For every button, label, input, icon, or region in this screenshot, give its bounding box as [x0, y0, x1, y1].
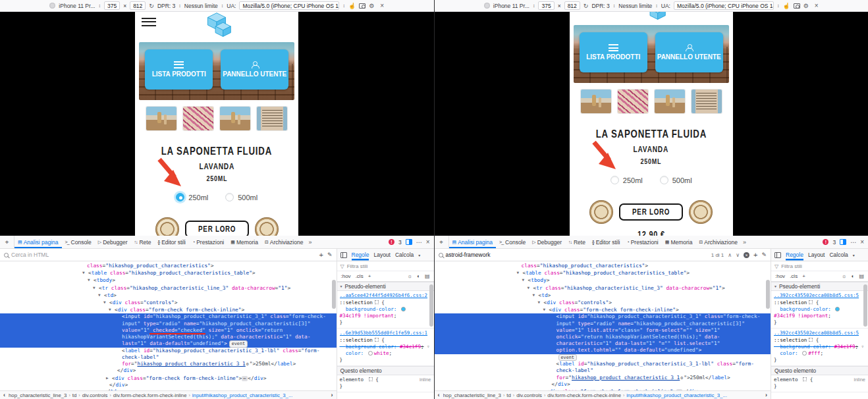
- stepper-icon[interactable]: ↕: [221, 3, 224, 8]
- devtools-tab-archiviazione[interactable]: ⊟Archiviazione: [261, 236, 306, 248]
- error-count[interactable]: 3: [398, 239, 402, 246]
- tab-regole[interactable]: Regole: [352, 252, 369, 259]
- twisty-icon[interactable]: ▼: [517, 269, 523, 276]
- tab-calcola[interactable]: Calcola: [829, 252, 848, 258]
- markup-line[interactable]: ▼<div class="form-check form-check-inlin…: [435, 306, 771, 313]
- dark-scheme-icon[interactable]: ◐: [852, 273, 855, 279]
- markup-line[interactable]: class="hikashop_product_characteristics"…: [435, 263, 771, 269]
- devtools-tab-rete[interactable]: ↑↓Rete: [565, 236, 589, 248]
- chevron-down-icon[interactable]: ▾: [418, 253, 420, 257]
- settings-gear-icon[interactable]: ⚙: [369, 3, 374, 9]
- site-logo[interactable]: [198, 12, 236, 40]
- twisty-icon[interactable]: ▼: [522, 277, 528, 283]
- stepper-icon[interactable]: ↕: [533, 3, 535, 8]
- device-select[interactable]: iPhone 11 Pr...: [493, 3, 529, 9]
- twisty-icon[interactable]: ▾: [340, 283, 342, 290]
- devtools-tab-memoria[interactable]: ▦Memoria: [662, 236, 696, 248]
- chevron-down-icon[interactable]: ▾: [853, 253, 855, 257]
- breadcrumb-item[interactable]: div.controls: [516, 392, 542, 398]
- lista-prodotti-button[interactable]: LISTA PRODOTTI: [145, 49, 213, 90]
- stylesheet-link[interactable]: ..aa5cee42f44f5d4926b4f6.css:2: [340, 292, 431, 299]
- pannello-utente-button[interactable]: PANNELLO UTENTE: [655, 32, 723, 72]
- search-input[interactable]: astroid-framework: [446, 252, 491, 258]
- markup-line[interactable]: ▼<div class="form-check form-check-inlin…: [0, 306, 337, 313]
- variant-option-500ml[interactable]: 500ml: [225, 193, 258, 201]
- breadcrumb-item[interactable]: td: [72, 392, 77, 398]
- add-rule-icon[interactable]: +: [368, 273, 371, 279]
- add-rule-icon[interactable]: +: [802, 273, 805, 279]
- dpr-select[interactable]: DPR: 3: [591, 3, 609, 9]
- viewport-width-input[interactable]: 375: [104, 1, 120, 10]
- twisty-icon[interactable]: ▶: [541, 388, 547, 390]
- twisty-icon[interactable]: ▼: [98, 292, 104, 298]
- light-scheme-icon[interactable]: ☼: [842, 273, 846, 279]
- scrollbar-thumb[interactable]: [766, 280, 770, 309]
- breadcrumb-item[interactable]: div.controls: [82, 392, 108, 398]
- markup-line[interactable]: ▼<td>: [435, 292, 771, 299]
- code-token[interactable]: hikashop_product_characteristic_3_1: [137, 361, 245, 367]
- new-node-icon[interactable]: +: [319, 251, 323, 259]
- thumbnail-beach-bottles[interactable]: [146, 107, 176, 130]
- thumbnail-label-jar[interactable]: [692, 90, 722, 113]
- ua-input[interactable]: Mozilla/5.0 (iPhone; CPU iPhone OS 14_6 …: [674, 1, 774, 10]
- viewport-height-input[interactable]: 812: [130, 1, 146, 10]
- close-devtools-icon[interactable]: ×: [860, 238, 864, 246]
- breadcrumb-scroll-right-icon[interactable]: ›: [330, 392, 335, 398]
- markup-line[interactable]: event: [435, 354, 771, 361]
- breadcrumb-scroll-left-icon[interactable]: ‹: [437, 392, 441, 398]
- toggle-class-button[interactable]: .cls: [790, 273, 798, 279]
- variant-option-250ml[interactable]: 250ml: [176, 193, 208, 201]
- devtools-menu-icon[interactable]: ⋯: [850, 239, 856, 246]
- stepper-icon[interactable]: ↕: [342, 3, 345, 8]
- breadcrumb-scroll-left-icon[interactable]: ‹: [2, 392, 7, 398]
- breadcrumb-item[interactable]: div.form-check.form-check-inline: [113, 392, 187, 398]
- dark-scheme-icon[interactable]: ◐: [417, 273, 420, 279]
- twisty-icon[interactable]: ▼: [103, 299, 109, 306]
- scrollbar-thumb[interactable]: [332, 280, 336, 309]
- pannello-utente-button[interactable]: PANNELLO UTENTE: [221, 49, 288, 90]
- hamburger-menu-icon[interactable]: [142, 18, 156, 26]
- radio-icon[interactable]: [176, 193, 184, 201]
- twisty-icon[interactable]: ▼: [88, 277, 94, 283]
- breadcrumb-scroll-right-icon[interactable]: ›: [764, 392, 769, 398]
- markup-line[interactable]: <label id="hikashop_product_characterist…: [435, 361, 771, 381]
- devtools-tab-editor-stili[interactable]: {}Editor stili: [589, 236, 624, 248]
- scrollbar-thumb[interactable]: [429, 284, 433, 327]
- lista-prodotti-button[interactable]: LISTA PRODOTTI: [580, 32, 647, 72]
- error-count[interactable]: 3: [832, 239, 836, 246]
- thumbnail-pink-jar[interactable]: [618, 90, 648, 113]
- tab-calcola[interactable]: Calcola: [395, 252, 414, 258]
- stepper-icon[interactable]: ↕: [613, 3, 616, 8]
- next-match-icon[interactable]: ∨: [736, 252, 740, 258]
- markup-line[interactable]: </td>: [0, 388, 337, 390]
- sidebar-toggle-icon[interactable]: [340, 252, 347, 258]
- scrollbar-thumb[interactable]: [863, 284, 867, 327]
- markup-line[interactable]: <input id="hikashop_product_characterist…: [435, 313, 771, 354]
- error-icon[interactable]: !: [389, 239, 394, 245]
- rules-section-header[interactable]: ▾Pseudo-elementi: [771, 282, 868, 291]
- toggle-hover-button[interactable]: :hov: [775, 273, 785, 279]
- markup-line[interactable]: </div>: [0, 382, 337, 388]
- stylesheet-link[interactable]: ..392cc435502ecca08b8d5.css:5: [774, 330, 865, 336]
- radio-icon[interactable]: [610, 176, 619, 184]
- filter-styles-input[interactable]: ▽ Filtra stili: [337, 261, 434, 271]
- twisty-icon[interactable]: ▼: [543, 306, 549, 313]
- rotate-viewport-icon[interactable]: ↻: [583, 3, 589, 9]
- markup-line[interactable]: ▼<table class="hikashop_product_characte…: [0, 269, 337, 277]
- eyedropper-icon[interactable]: ✎: [761, 252, 767, 258]
- site-logo[interactable]: [632, 12, 670, 22]
- devtools-tab-editor-stili[interactable]: {}Editor stili: [154, 236, 189, 248]
- split-console-icon[interactable]: [840, 239, 846, 245]
- breadcrumb-item[interactable]: td: [506, 392, 511, 398]
- more-tabs-icon[interactable]: »: [741, 236, 748, 248]
- event-badge[interactable]: event: [558, 354, 577, 361]
- light-scheme-icon[interactable]: ☼: [408, 273, 412, 279]
- twisty-icon[interactable]: ▼: [533, 292, 539, 298]
- stepper-icon[interactable]: ↕: [178, 3, 181, 8]
- thumbnail-pink-jar[interactable]: [183, 107, 213, 130]
- stylesheet-link[interactable]: ..392cc435502ecca08b8d5.css:5: [774, 292, 865, 299]
- search-input[interactable]: Cerca in HTML: [11, 252, 49, 258]
- radio-icon[interactable]: [225, 193, 234, 201]
- settings-gear-icon[interactable]: ⚙: [803, 3, 809, 9]
- twisty-icon[interactable]: ▶: [106, 375, 112, 381]
